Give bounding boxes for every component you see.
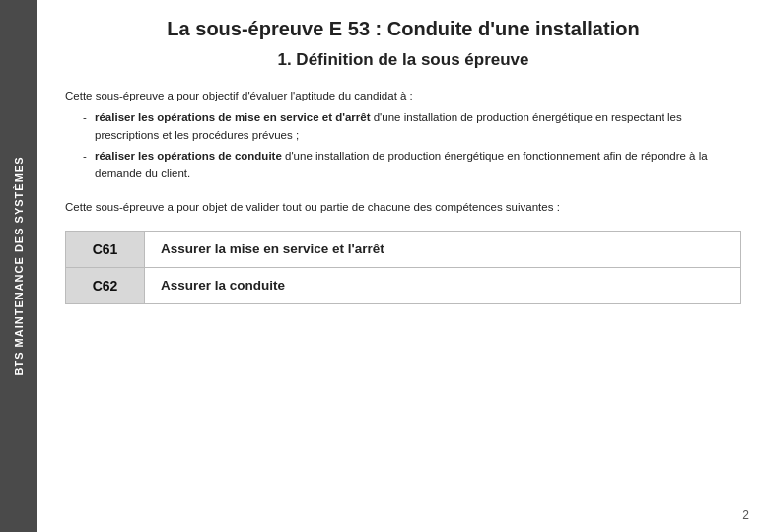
description-block: Cette sous-épreuve a pour objectif d'éva… (65, 88, 741, 183)
table-label-c61: Assurer la mise en service et l'arrêt (145, 231, 741, 267)
bullet-list: réaliser les opérations de mise en servi… (65, 109, 741, 183)
table-code-c62: C62 (66, 267, 145, 303)
valider-block: Cette sous-épreuve a pour objet de valid… (65, 199, 741, 217)
bullet-item-1: réaliser les opérations de mise en servi… (83, 109, 741, 145)
page-number: 2 (742, 508, 749, 522)
valider-text: Cette sous-épreuve a pour objet de valid… (65, 201, 560, 213)
page-title: La sous-épreuve E 53 : Conduite d'une in… (65, 18, 741, 40)
table-row-c62: C62 Assurer la conduite (66, 267, 741, 303)
description-intro: Cette sous-épreuve a pour objectif d'éva… (65, 88, 741, 105)
bullet-bold-2: réaliser les opérations de conduite (95, 150, 282, 162)
table-row-c61: C61 Assurer la mise en service et l'arrê… (66, 231, 741, 267)
bullet-bold-1: réaliser les opérations de mise en servi… (95, 111, 371, 123)
table-code-c61: C61 (66, 231, 145, 267)
section-title: 1. Définition de la sous épreuve (65, 50, 741, 70)
main-content: La sous-épreuve E 53 : Conduite d'une in… (37, 0, 769, 532)
competences-table: C61 Assurer la mise en service et l'arrê… (65, 231, 741, 304)
sidebar: BTS MAINTENANCE DES SYSTÈMES (0, 0, 37, 532)
table-label-c62: Assurer la conduite (145, 267, 741, 303)
bullet-item-2: réaliser les opérations de conduite d'un… (83, 148, 741, 183)
sidebar-label: BTS MAINTENANCE DES SYSTÈMES (13, 157, 25, 376)
